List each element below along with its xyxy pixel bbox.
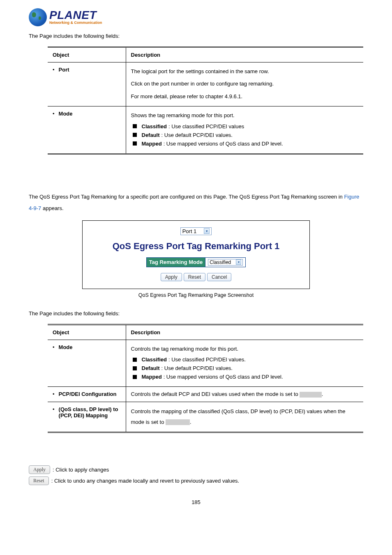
t2-r3-label: (QoS class, DP level) to (PCP, DEI) Mapp… — [59, 406, 121, 419]
mapped-chip: Mapped — [166, 419, 190, 425]
tag-mode-value: Classified — [210, 259, 231, 265]
para-2: The QoS Egress Port Tag Remarking for a … — [29, 191, 363, 215]
intro-text-2: The Page includes the following fields: — [29, 310, 363, 318]
mode-desc: : Use mapped versions of QoS class and D… — [164, 141, 283, 147]
square-bullet-icon — [133, 124, 137, 128]
tag-mode-table: Tag Remarking Mode Classified ▾ — [146, 257, 246, 267]
mode-desc: : Use default PCP/DEI values. — [161, 132, 233, 138]
logo: PLANET Networking & Communication — [29, 8, 363, 26]
tag-mode-select[interactable]: Classified ▾ — [208, 259, 243, 266]
t1-r1-d2: Click on the port number in order to con… — [131, 79, 359, 89]
t1-header-object: Object — [48, 47, 126, 62]
square-bullet-icon — [133, 141, 137, 146]
t1-r1-d3: For more detail, please refer to chapter… — [131, 92, 359, 102]
square-bullet-icon — [133, 375, 137, 379]
t1-header-desc: Description — [126, 47, 363, 62]
square-bullet-icon — [133, 358, 137, 362]
bullet-icon: • — [53, 111, 55, 117]
t2-r3-post: . — [190, 419, 191, 425]
cancel-button[interactable]: Cancel — [207, 273, 231, 281]
port-selector-value: Port 1 — [182, 228, 197, 234]
table-row: • Port The logical port for the settings… — [48, 62, 363, 106]
page-number: 185 — [29, 499, 363, 505]
t1-r2-intro: Shows the tag remarking mode for this po… — [131, 111, 359, 121]
t1-r2-label: Mode — [59, 111, 73, 117]
t2-header-desc: Description — [126, 324, 363, 340]
reset-desc-line: Reset : Click to undo any changes made l… — [29, 476, 363, 485]
mode-desc: : Use classified PCP/DEI values. — [168, 356, 246, 363]
apply-desc: : Click to apply changes — [53, 467, 109, 473]
t2-r2-post: . — [322, 391, 323, 397]
list-item: Classified: Use classified PCP/DEI value… — [131, 123, 359, 130]
mode-desc: : Use classified PCP/DEI values — [168, 123, 244, 130]
fields-table-1: Object Description • Port The logical po… — [48, 46, 363, 155]
mode-name: Mapped — [142, 141, 162, 147]
mode-name: Default — [142, 132, 160, 138]
apply-desc-line: Apply : Click to apply changes — [29, 465, 363, 474]
screenshot-panel: Port 1 ▾ QoS Egress Port Tag Remarking P… — [82, 220, 310, 289]
mode-desc: : Use mapped versions of QoS class and D… — [164, 374, 283, 380]
reset-button-chip[interactable]: Reset — [29, 476, 49, 485]
figure-caption-text: QoS Egress Port Tag Remarking Page Scree… — [138, 292, 254, 298]
port-selector[interactable]: Port 1 ▾ — [180, 227, 212, 235]
logo-subtext: Networking & Communication — [49, 21, 102, 25]
para-2a: The QoS Egress Port Tag Remarking for a … — [29, 194, 344, 200]
t2-r1-label: Mode — [59, 344, 73, 350]
t2-r2-label: PCP/DEI Configuration — [59, 391, 117, 397]
chevron-down-icon: ▾ — [204, 228, 210, 234]
t1-r1-label: Port — [59, 67, 69, 73]
tag-mode-label: Tag Remarking Mode — [146, 257, 205, 267]
table-row: • Mode Shows the tag remarking mode for … — [48, 106, 363, 154]
reset-button[interactable]: Reset — [184, 273, 205, 281]
list-item: Classified: Use classified PCP/DEI value… — [131, 356, 359, 363]
mode-name: Classified — [142, 123, 167, 130]
chevron-down-icon: ▾ — [236, 259, 241, 265]
square-bullet-icon — [133, 133, 137, 137]
intro-text-1: The Page includes the following fields: — [29, 32, 363, 41]
bullet-icon: • — [53, 67, 55, 73]
t1-r1-d1: The logical port for the settings contai… — [131, 67, 359, 77]
t2-r3-pre: Controls the mapping of the classified (… — [131, 408, 346, 425]
logo-text: PLANET — [49, 10, 102, 20]
t2-r1-intro: Controls the tag remarking mode for this… — [131, 344, 359, 354]
fields-table-2: Object Description • Mode Controls the t… — [48, 324, 363, 433]
default-chip: Default — [300, 392, 321, 398]
mode-desc: : Use default PCP/DEI values. — [161, 365, 233, 371]
t2-r2-pre: Controls the default PCP and DEI values … — [131, 391, 300, 397]
screenshot-title: QoS Egress Port Tag Remarking Port 1 — [91, 241, 301, 252]
bullet-icon: • — [53, 406, 55, 419]
mode-name: Default — [142, 365, 160, 371]
table-row: • Mode Controls the tag remarking mode f… — [48, 340, 363, 387]
para-2b: appears. — [41, 205, 63, 211]
square-bullet-icon — [133, 366, 137, 370]
list-item: Default: Use default PCP/DEI values. — [131, 365, 359, 371]
list-item: Mapped: Use mapped versions of QoS class… — [131, 374, 359, 380]
table-row: • (QoS class, DP level) to (PCP, DEI) Ma… — [48, 402, 363, 432]
figure-caption: Figure 4-9-7 QoS Egress Port Tag Remarki… — [29, 292, 363, 298]
t2-header-object: Object — [48, 324, 126, 340]
mode-name: Classified — [142, 356, 167, 363]
list-item: Default: Use default PCP/DEI values. — [131, 132, 359, 138]
bullet-icon: • — [53, 391, 55, 397]
list-item: Mapped: Use mapped versions of QoS class… — [131, 141, 359, 147]
reset-desc: : Click to undo any changes made locally… — [51, 478, 239, 484]
logo-globe-icon — [29, 8, 47, 26]
bullet-icon: • — [53, 344, 55, 350]
mode-name: Mapped — [142, 374, 162, 380]
apply-button[interactable]: Apply — [161, 273, 182, 281]
apply-button-chip[interactable]: Apply — [29, 465, 50, 474]
table-row: • PCP/DEI Configuration Controls the def… — [48, 387, 363, 402]
